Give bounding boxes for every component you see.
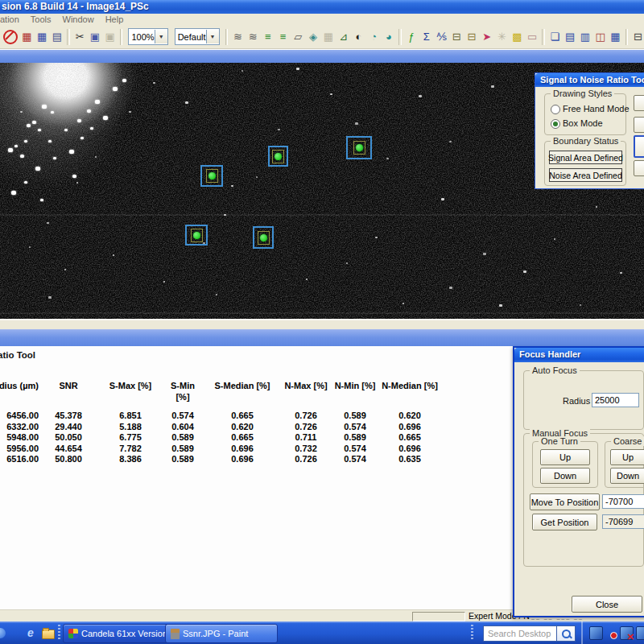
chevron-down-icon[interactable]: ▼ — [206, 30, 219, 43]
bright-speckle — [72, 175, 76, 178]
menu-item-window[interactable]: Window — [57, 14, 100, 25]
bright-speckle — [51, 111, 54, 114]
one-turn-down-button[interactable]: Down — [540, 468, 590, 484]
cascade-windows-icon[interactable]: ❏ — [548, 28, 562, 46]
signal-area-defined-button[interactable]: Signal Area Defined — [549, 151, 622, 164]
profile-zoom-icon[interactable]: ≡ — [276, 28, 290, 46]
contrast-icon[interactable]: ◐ — [352, 28, 365, 46]
ps-ratio-icon[interactable]: ⅍ — [435, 28, 448, 46]
copy-icon[interactable]: ▣ — [88, 28, 101, 46]
menu-item-help[interactable]: Help — [100, 14, 130, 25]
snr-dialog-titlebar[interactable]: Signal to Noise Ratio Tool — [535, 73, 644, 87]
signal-marker-box[interactable] — [185, 225, 208, 246]
image-window-frame-bottom — [0, 329, 644, 348]
report-document-icon[interactable]: ▤ — [51, 28, 64, 46]
get-position-button[interactable]: Get Position — [532, 514, 597, 530]
star-dot — [242, 70, 243, 72]
pie-threequarter-icon[interactable]: ◕ — [382, 28, 395, 46]
line-chart-icon[interactable]: ⊿ — [336, 28, 350, 46]
table-cell: 6.775 — [98, 432, 163, 444]
close-button[interactable]: Close — [572, 596, 642, 613]
image-grayed-icon[interactable]: ▦ — [321, 28, 335, 46]
star-dot — [256, 176, 258, 178]
radius-input[interactable]: 25000 — [592, 393, 639, 407]
menu-item-tools[interactable]: Tools — [25, 14, 57, 25]
folder-quick-launch-icon[interactable] — [42, 626, 55, 639]
scanner-feed-icon[interactable]: ⊟ — [450, 28, 464, 46]
tray-display-icon[interactable] — [589, 626, 603, 640]
signal-scan-icon[interactable]: ≋ — [246, 28, 260, 46]
signal-wave-icon[interactable]: ≋ — [231, 28, 245, 46]
profile-lines-icon[interactable]: ≡ — [261, 28, 275, 46]
dotted-grid-icon[interactable]: ▩ — [510, 28, 524, 46]
table-cell: 0.604 — [163, 422, 203, 433]
marker-inner-box — [191, 229, 203, 242]
sigma-icon[interactable]: Σ — [419, 28, 433, 46]
tile-horizontal-icon[interactable]: ▤ — [564, 28, 577, 46]
taskbar-button-paint[interactable]: Ssnr.JPG - Paint — [165, 624, 278, 643]
signal-marker-box[interactable] — [253, 226, 274, 249]
signal-marker-box[interactable] — [346, 136, 372, 159]
signal-marker-box[interactable] — [200, 165, 223, 187]
menu-item-ation[interactable]: ation — [0, 14, 25, 25]
no-entry-icon[interactable] — [2, 28, 19, 46]
move-to-position-button[interactable]: Move To Position — [530, 493, 600, 510]
one-turn-up-button[interactable]: Up — [540, 449, 590, 465]
chevron-down-icon[interactable]: ▼ — [155, 30, 167, 43]
bright-speckle — [11, 191, 16, 195]
tile-vertical-icon[interactable]: ▥ — [578, 28, 592, 46]
taskbar-button-candela[interactable]: Candela 61xx Version... — [63, 624, 169, 643]
snr-clipped-button[interactable] — [634, 160, 644, 176]
function-icon[interactable]: ƒ — [405, 28, 419, 46]
focus-dialog-titlebar[interactable]: Focus Handler — [514, 348, 644, 362]
split-window-icon[interactable]: ◫ — [593, 28, 607, 46]
box-3d-icon[interactable]: ▱ — [291, 28, 305, 46]
eraser-icon[interactable]: ▭ — [526, 28, 539, 46]
scanner-icon[interactable]: ⊟ — [465, 28, 479, 46]
compass-diamond-icon[interactable]: ◈ — [307, 28, 320, 46]
move-to-position-input[interactable]: -70700 — [602, 494, 644, 509]
export-image-red-icon[interactable]: ▦ — [20, 28, 34, 46]
candela-app-icon — [68, 629, 78, 638]
pointer-pin-icon[interactable]: ➤ — [480, 28, 493, 46]
table-cell: 0.665 — [203, 411, 282, 422]
internet-explorer-icon[interactable]: e — [24, 626, 37, 639]
snowflake-grayed-icon[interactable]: ✳ — [495, 28, 509, 46]
free-hand-mode-radio[interactable] — [551, 105, 560, 114]
preset-combobox[interactable]: Default▼ — [175, 28, 220, 45]
table-cell: 0.726 — [282, 411, 330, 422]
snr-clipped-button[interactable] — [634, 95, 644, 111]
noise-area-defined-button[interactable]: Noise Area Defined — [549, 168, 622, 182]
quick-launch-cut-icon[interactable] — [0, 626, 6, 639]
star-dot — [231, 185, 233, 187]
no-entry-icon-glyph — [3, 30, 18, 44]
search-button[interactable] — [556, 625, 576, 642]
box-mode-radio[interactable] — [551, 119, 560, 129]
star-dot — [153, 82, 155, 84]
coarse-up-button[interactable]: Up — [610, 449, 644, 465]
zoom-combobox[interactable]: 100%▼ — [128, 28, 167, 45]
table-cell: 0.589 — [163, 454, 203, 465]
tray-security-shield-icon[interactable] — [605, 627, 617, 639]
signal-marker-box[interactable] — [268, 146, 288, 167]
snr-clipped-button[interactable] — [634, 117, 644, 133]
bright-speckle — [24, 181, 27, 184]
star-dot — [47, 222, 49, 224]
search-desktop-input[interactable]: Search Desktop — [483, 625, 559, 642]
bright-speckle — [42, 105, 47, 109]
tray-network-error-icon[interactable]: ✕ — [620, 626, 634, 640]
cut-icon[interactable]: ✂ — [73, 28, 87, 46]
pie-quarter-icon[interactable]: ◔ — [367, 28, 381, 46]
tray-network-icon[interactable] — [636, 626, 644, 640]
export-image-blue-icon[interactable]: ▦ — [35, 28, 49, 46]
window-titlebar[interactable]: sion 6.8 Build 14 - Image14_PSc — [0, 0, 644, 14]
table-cell: dius (µm) — [0, 381, 39, 402]
red-x-icon: ✕ — [627, 633, 634, 641]
bright-speckle — [64, 129, 68, 131]
paste-icon[interactable]: ▣ — [103, 28, 117, 46]
snr-clipped-default-button[interactable] — [634, 135, 644, 158]
star-dot — [449, 141, 452, 142]
print-icon[interactable]: ⊟ — [631, 28, 644, 46]
new-window-icon[interactable]: ▦ — [609, 28, 622, 46]
coarse-down-button[interactable]: Down — [610, 468, 644, 484]
